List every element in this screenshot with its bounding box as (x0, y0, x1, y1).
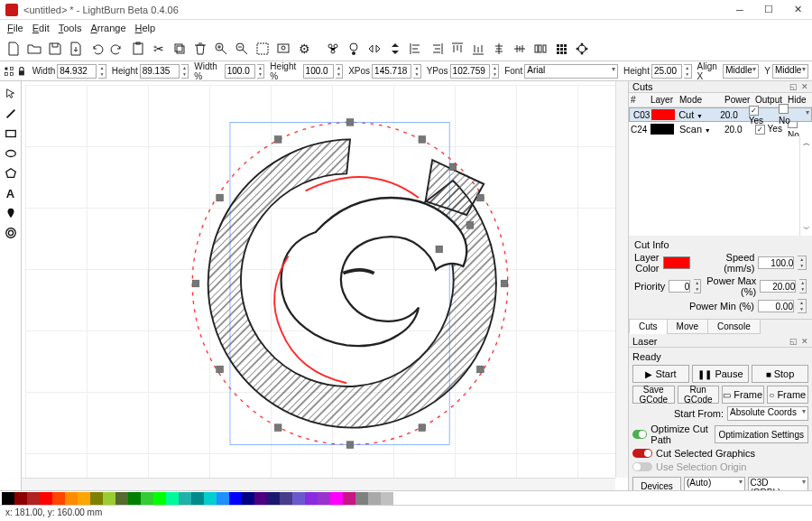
palette-swatch[interactable] (128, 492, 141, 505)
palette-swatch[interactable] (204, 492, 217, 505)
layer-color-swatch[interactable] (663, 256, 691, 269)
undock-icon[interactable]: ◱ (789, 82, 798, 91)
tab-console[interactable]: Console (707, 320, 761, 334)
node-edit-icon[interactable] (2, 204, 20, 222)
menu-file[interactable]: File (7, 23, 23, 33)
offset-icon[interactable] (2, 224, 20, 242)
group-icon[interactable] (323, 39, 343, 59)
distribute-h-icon[interactable] (531, 39, 550, 59)
palette-swatch[interactable] (90, 492, 103, 505)
scrollbar-vertical[interactable] (615, 81, 628, 478)
menu-edit[interactable]: Edit (32, 23, 50, 33)
width-input[interactable] (57, 64, 97, 79)
import-icon[interactable] (66, 39, 86, 59)
width-spin[interactable]: ▲▼ (98, 64, 106, 79)
priority-input[interactable] (669, 280, 690, 293)
save-icon[interactable] (45, 39, 65, 59)
scrollbar-horizontal[interactable] (22, 478, 615, 490)
pmax-input[interactable] (760, 280, 796, 293)
palette-swatch[interactable] (343, 492, 355, 505)
flip-h-icon[interactable] (364, 39, 384, 59)
ungroup-icon[interactable] (344, 39, 364, 59)
palette-swatch[interactable] (355, 492, 368, 505)
grid-array-icon[interactable] (551, 39, 571, 59)
speed-input[interactable] (758, 256, 794, 269)
pause-button[interactable]: ❚❚ Pause (692, 365, 749, 383)
tab-cuts[interactable]: Cuts (629, 320, 668, 334)
start-from-select[interactable]: Absolute Coords (727, 406, 808, 421)
align-right-icon[interactable] (427, 39, 447, 59)
menu-tools[interactable]: Tools (59, 23, 82, 33)
lock-icon[interactable] (16, 65, 27, 78)
artwork[interactable] (179, 112, 521, 455)
anchor-icon[interactable] (4, 65, 14, 78)
move-down-icon[interactable]: ﹀ (803, 224, 810, 234)
ypos-spin[interactable]: ▲▼ (492, 64, 500, 79)
flip-v-icon[interactable] (385, 39, 405, 59)
frame-circle-button[interactable]: ○ Frame (767, 386, 809, 404)
move-up-icon[interactable]: ︿ (803, 138, 810, 148)
polygon-icon[interactable] (2, 164, 20, 182)
ypos-input[interactable] (450, 64, 490, 79)
redo-icon[interactable] (107, 39, 127, 59)
palette-swatch[interactable] (115, 492, 128, 505)
palette-swatch[interactable] (14, 492, 27, 505)
tab-move[interactable]: Move (667, 320, 708, 334)
palette-swatch[interactable] (191, 492, 204, 505)
align-center-h-icon[interactable] (489, 39, 509, 59)
undock-icon[interactable]: ◱ (789, 337, 798, 346)
palette-swatch[interactable] (229, 492, 242, 505)
output-checkbox[interactable]: ✓ (749, 106, 759, 116)
palette-swatch[interactable] (242, 492, 254, 505)
palette-swatch[interactable] (40, 492, 52, 505)
font-height-input[interactable] (651, 64, 682, 79)
use-selection-origin-toggle[interactable] (632, 462, 652, 471)
xpos-input[interactable] (372, 64, 411, 79)
preview-icon[interactable] (273, 39, 293, 59)
optimization-settings-button[interactable]: Optimization Settings (715, 425, 809, 443)
align-left-icon[interactable] (406, 39, 426, 59)
menu-arrange[interactable]: Arrange (90, 23, 125, 33)
palette-swatch[interactable] (267, 492, 280, 505)
start-button[interactable]: ▶ Start (632, 365, 689, 383)
palette-swatch[interactable] (305, 492, 318, 505)
new-icon[interactable] (4, 39, 23, 59)
widthpct-spin[interactable]: ▲▼ (257, 64, 265, 79)
palette-swatch[interactable] (52, 492, 65, 505)
aligny-select[interactable]: Middle (772, 64, 808, 79)
maximize-button[interactable]: ☐ (754, 0, 783, 20)
heightpct-input[interactable] (303, 64, 334, 79)
height-input[interactable] (140, 64, 180, 79)
palette-swatch[interactable] (254, 492, 267, 505)
palette-swatch[interactable] (2, 492, 14, 505)
heightpct-spin[interactable]: ▲▼ (336, 64, 344, 79)
frame-rect-button[interactable]: ▭ Frame (722, 386, 764, 404)
zoom-in-icon[interactable] (211, 39, 231, 59)
palette-swatch[interactable] (318, 492, 330, 505)
palette-swatch[interactable] (330, 492, 343, 505)
xpos-spin[interactable]: ▲▼ (413, 64, 421, 79)
device-select[interactable]: C3D (GRBL) (748, 477, 809, 490)
output-checkbox[interactable]: ✓ (755, 125, 765, 135)
canvas-area[interactable] (22, 81, 628, 490)
palette-swatch[interactable] (280, 492, 292, 505)
align-top-icon[interactable] (448, 39, 467, 59)
line-icon[interactable] (2, 105, 20, 123)
save-gcode-button[interactable]: Save GCode (632, 386, 675, 404)
close-panel-icon[interactable]: ✕ (801, 82, 808, 91)
widthpct-input[interactable] (225, 64, 255, 79)
palette-swatch[interactable] (153, 492, 166, 505)
align-center-v-icon[interactable] (510, 39, 530, 59)
copy-icon[interactable] (170, 39, 189, 59)
height-spin[interactable]: ▲▼ (181, 64, 189, 79)
font-select[interactable]: Arial (524, 64, 618, 79)
palette-swatch[interactable] (103, 492, 115, 505)
close-button[interactable]: ✕ (783, 0, 812, 20)
circle-array-icon[interactable] (572, 39, 592, 59)
paste-icon[interactable] (128, 39, 148, 59)
palette-swatch[interactable] (166, 492, 179, 505)
select-rect-icon[interactable] (253, 39, 272, 59)
palette-swatch[interactable] (179, 492, 191, 505)
align-bottom-icon[interactable] (468, 39, 488, 59)
open-icon[interactable] (24, 39, 44, 59)
